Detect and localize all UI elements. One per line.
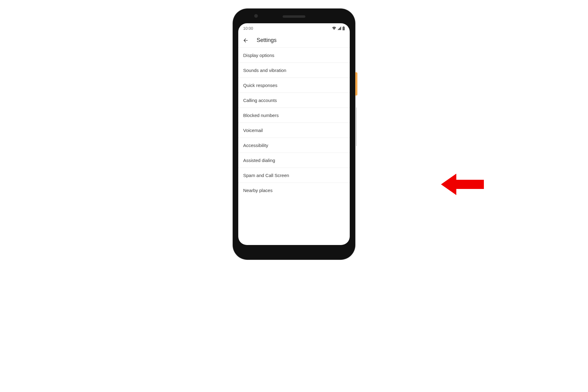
cellular-icon [337,26,341,30]
svg-marker-0 [441,174,484,195]
settings-item-quick-responses[interactable]: Quick responses [238,78,350,93]
settings-item-label: Display options [243,53,274,58]
settings-list: Display options Sounds and vibration Qui… [238,48,350,198]
settings-item-nearby-places[interactable]: Nearby places [238,183,350,198]
phone-screen: 10:00 Settings Display options Sounds an… [238,23,350,245]
settings-item-voicemail[interactable]: Voicemail [238,123,350,138]
settings-item-label: Accessibility [243,143,268,148]
settings-item-label: Assisted dialing [243,158,275,163]
phone-device: 10:00 Settings Display options Sounds an… [233,9,355,260]
status-bar: 10:00 [238,23,350,33]
phone-volume-button [355,107,357,146]
status-time: 10:00 [243,26,253,31]
settings-item-label: Sounds and vibration [243,68,286,73]
settings-item-label: Voicemail [243,128,263,133]
settings-item-spam-and-call-screen[interactable]: Spam and Call Screen [238,168,350,183]
settings-item-blocked-numbers[interactable]: Blocked numbers [238,108,350,123]
settings-item-calling-accounts[interactable]: Calling accounts [238,93,350,108]
settings-item-assisted-dialing[interactable]: Assisted dialing [238,153,350,168]
back-button[interactable] [242,37,249,44]
settings-item-label: Nearby places [243,188,273,193]
status-icons [332,26,345,30]
settings-item-sounds-and-vibration[interactable]: Sounds and vibration [238,63,350,78]
annotation-arrow-icon [441,172,484,197]
battery-icon [342,26,345,30]
wifi-icon [332,26,336,30]
arrow-left-icon [243,37,249,43]
app-bar: Settings [238,33,350,48]
phone-front-camera [254,14,258,18]
settings-item-label: Spam and Call Screen [243,173,289,178]
phone-speaker [283,15,305,18]
settings-item-label: Calling accounts [243,98,277,103]
settings-item-accessibility[interactable]: Accessibility [238,138,350,153]
phone-power-button [355,72,357,96]
settings-item-display-options[interactable]: Display options [238,48,350,63]
settings-item-label: Quick responses [243,83,277,88]
settings-item-label: Blocked numbers [243,113,279,118]
page-title: Settings [257,37,277,43]
